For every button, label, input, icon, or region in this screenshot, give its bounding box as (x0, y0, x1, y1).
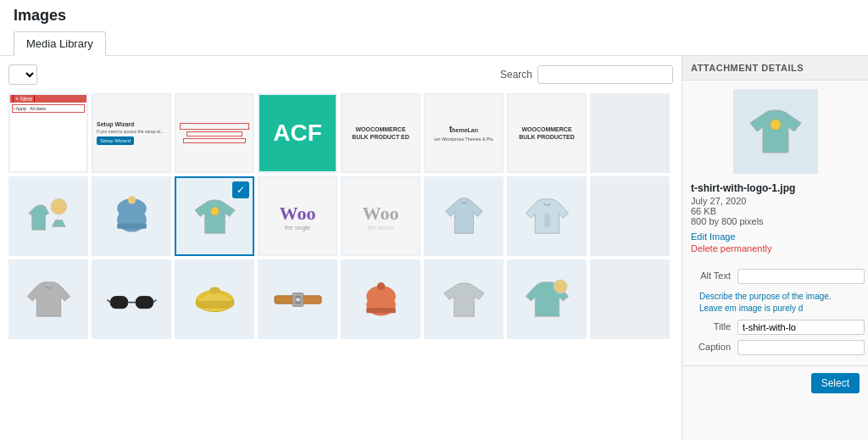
grid-item-23[interactable] (507, 259, 587, 339)
attachment-header: ATTACHMENT DETAILS (682, 56, 868, 81)
grid-item-1[interactable]: + New • Apply All dates (8, 93, 88, 173)
svg-rect-7 (110, 296, 127, 308)
grid-item-20[interactable] (258, 259, 337, 339)
attachment-preview (682, 81, 868, 182)
grid-item-10[interactable] (92, 176, 171, 256)
attachment-filename: t-shirt-with-logo-1.jpg (691, 182, 860, 194)
attachment-thumbnail (733, 89, 818, 174)
tab-media-library[interactable]: Media Library (14, 31, 106, 56)
grid-item-8[interactable] (590, 93, 670, 173)
title-input[interactable]: t-shirt-with-lo (737, 320, 865, 335)
svg-point-4 (127, 196, 135, 203)
attachment-sidebar: ATTACHMENT DETAILS t-shirt-with-logo-1.j… (682, 56, 868, 440)
acf-logo-thumb: ACF (259, 95, 336, 171)
media-grid: + New • Apply All dates Setup Wizard If … (8, 93, 673, 339)
svg-point-13 (209, 287, 220, 293)
page-title: Images (14, 7, 854, 25)
grid-item-7[interactable]: WOOCOMMERCEBULK PRODUCTED (507, 93, 587, 173)
svg-rect-2 (117, 223, 147, 228)
select-button[interactable]: Select (811, 373, 860, 393)
grid-item-6[interactable]: themeLan um Wordpress Themes & Plu (424, 93, 504, 173)
svg-rect-8 (136, 296, 153, 308)
grid-item-13[interactable]: Woo the album (341, 176, 420, 256)
title-label: Title (691, 320, 737, 331)
tab-bar: Media Library (14, 31, 854, 55)
alt-text-label: Alt Text (691, 269, 737, 281)
delete-image-link[interactable]: Delete permanently (691, 243, 860, 253)
svg-point-23 (771, 120, 781, 130)
attachment-size: 66 KB (691, 206, 860, 216)
toolbar: Search (8, 64, 673, 85)
svg-line-11 (153, 299, 156, 302)
grid-item-19[interactable] (175, 259, 254, 339)
search-input[interactable] (537, 65, 673, 84)
grid-item-11[interactable]: ✓ (175, 176, 254, 256)
grid-item-5[interactable]: WOOCOMMERCEBULK PRODUCT ED (341, 93, 420, 173)
svg-rect-19 (366, 307, 396, 312)
svg-point-21 (376, 282, 384, 290)
grid-item-3[interactable] (175, 93, 254, 173)
select-button-area: Select (682, 365, 868, 400)
caption-input[interactable] (737, 340, 865, 355)
svg-point-5 (210, 207, 218, 214)
grid-item-4[interactable]: ACF (258, 93, 337, 173)
svg-line-10 (107, 299, 110, 302)
grid-item-17[interactable] (8, 259, 88, 339)
edit-image-link[interactable]: Edit Image (691, 231, 860, 242)
svg-point-22 (554, 279, 567, 292)
alt-text-group: Alt Text Describe the purpose of the ima… (682, 264, 868, 365)
grid-item-9[interactable] (8, 176, 88, 256)
alt-text-description: Describe the purpose of the image. Leave… (691, 289, 860, 320)
svg-point-17 (296, 298, 300, 302)
selected-check: ✓ (232, 181, 249, 198)
media-grid-scroll[interactable]: + New • Apply All dates Setup Wizard If … (8, 93, 673, 432)
grid-item-14[interactable] (424, 176, 504, 256)
grid-item-16[interactable] (590, 176, 670, 256)
grid-item-24[interactable] (590, 259, 670, 339)
grid-item-15[interactable] (507, 176, 587, 256)
svg-point-0 (50, 198, 66, 214)
alt-text-input[interactable] (737, 269, 865, 284)
grid-item-18[interactable] (92, 259, 171, 339)
attachment-info: t-shirt-with-logo-1.jpg July 27, 2020 66… (682, 182, 868, 264)
grid-item-21[interactable] (341, 259, 420, 339)
caption-label: Caption (691, 340, 737, 352)
attachment-dimensions: 800 by 800 pixels (691, 216, 860, 226)
grid-item-22[interactable] (424, 259, 504, 339)
grid-item-2[interactable]: Setup Wizard If you need to access the s… (92, 93, 171, 173)
svg-rect-6 (544, 214, 549, 227)
attachment-date: July 27, 2020 (691, 196, 860, 206)
grid-item-12[interactable]: Woo the single (258, 176, 337, 256)
search-label: Search (500, 69, 532, 81)
filter-dropdown[interactable] (8, 64, 37, 85)
